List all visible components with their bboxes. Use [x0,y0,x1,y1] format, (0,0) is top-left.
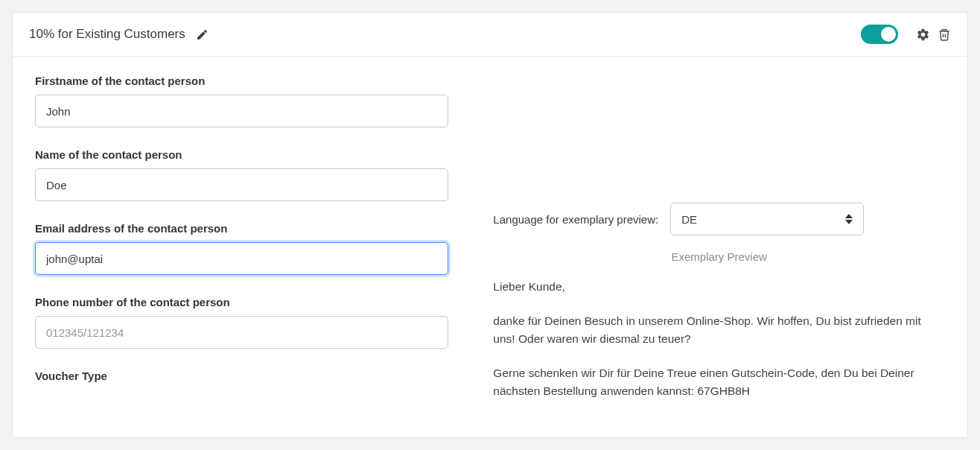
card-header: 10% for Existing Customers [13,13,967,57]
language-select[interactable]: DE [670,203,864,235]
name-input[interactable] [35,168,448,201]
voucher-type-label: Voucher Type [35,370,448,382]
gear-icon[interactable] [916,28,930,42]
firstname-input[interactable] [35,95,448,127]
email-group: Email address of the contact person [35,222,448,275]
language-select-value: DE [681,213,845,226]
voucher-type-group: Voucher Type [35,370,448,382]
name-group: Name of the contact person [35,148,448,201]
phone-label: Phone number of the contact person [35,296,448,308]
edit-icon[interactable] [196,28,209,41]
voucher-card: 10% for Existing Customers Firstname of … [12,12,968,438]
preview-paragraph-2: Gerne schenken wir Dir für Deine Treue e… [493,364,945,400]
enable-toggle[interactable] [861,25,898,44]
name-label: Name of the contact person [35,148,448,161]
language-label: Language for exemplary preview: [493,213,658,226]
trash-icon[interactable] [938,28,951,42]
firstname-group: Firstname of the contact person [35,75,448,127]
card-title: 10% for Existing Customers [29,27,185,42]
preview-column: Language for exemplary preview: DE Exemp… [471,57,967,437]
preview-title: Exemplary Preview [493,250,945,263]
firstname-label: Firstname of the contact person [35,75,448,87]
toggle-knob [881,27,896,42]
preview-top-spacer [493,75,945,203]
preview-paragraph-1: danke für Deinen Besuch in unserem Onlin… [493,312,945,348]
sort-arrows-icon [845,214,853,224]
email-label: Email address of the contact person [35,222,448,235]
email-input[interactable] [35,242,448,275]
preview-body: Lieber Kunde, danke für Deinen Besuch in… [493,278,945,416]
card-body: Firstname of the contact person Name of … [13,57,967,437]
language-row: Language for exemplary preview: DE [493,203,945,235]
phone-group: Phone number of the contact person [35,296,448,349]
phone-input[interactable] [35,316,448,349]
preview-greeting: Lieber Kunde, [493,278,945,296]
form-column: Firstname of the contact person Name of … [13,57,471,437]
